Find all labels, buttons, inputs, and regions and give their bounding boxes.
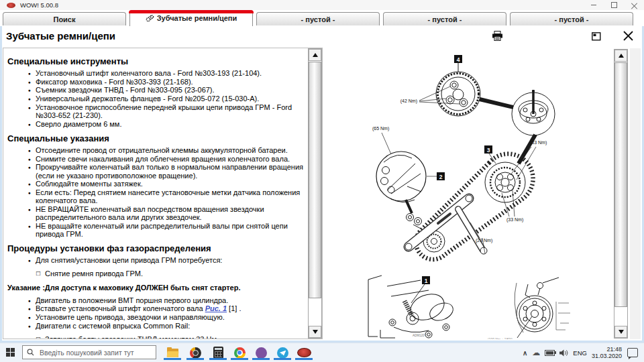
svg-text:1: 1 (425, 278, 428, 284)
list-item: Установочное приспособление передней кры… (36, 103, 303, 119)
window-close-button[interactable] (624, 0, 644, 10)
list-item: Вставьте установочный штифт коленчатого … (36, 304, 303, 312)
scrollbar-thumb[interactable] (614, 62, 627, 307)
svg-text:2: 2 (439, 174, 443, 180)
system-tray: ∧ ☁ ENG 21:48 31.03.2020 (523, 343, 644, 362)
window-titlebar: WOW! 5.00.8 (0, 0, 644, 10)
taskbar-calculator[interactable] (209, 345, 227, 360)
arrow-up-icon (313, 53, 318, 57)
list-item: Установочный штифт коленчатого вала - Fo… (36, 69, 303, 77)
volume-icon[interactable] (559, 349, 568, 357)
svg-text:(23 Nm): (23 Nm) (476, 238, 492, 243)
windows-logo-icon (6, 353, 10, 357)
print-button[interactable] (492, 31, 503, 44)
list-item: Сверло диаметром 6 мм. (36, 120, 303, 128)
tools-list: Установочный штифт коленчатого вала - Fo… (5, 69, 307, 128)
taskbar-telegram[interactable] (274, 345, 291, 360)
running-indicator (164, 358, 181, 360)
step-text: Вставьте установочный штифт коленчатого … (36, 304, 205, 312)
onedrive-cloud-icon[interactable]: ☁ (532, 348, 540, 357)
scroll-down-button[interactable] (309, 326, 321, 338)
viber-icon (256, 347, 267, 359)
arrow-down-icon (313, 330, 318, 334)
scrollbar-thumb[interactable] (309, 62, 321, 298)
close-document-button[interactable] (623, 30, 634, 44)
list-item: Съемник звездочки ТНВД - Ford №303-095 (… (36, 86, 303, 94)
calculator-icon (213, 347, 223, 359)
list-item: Снимите свечи накаливания для облегчения… (36, 155, 303, 163)
taskbar-viber[interactable] (252, 345, 270, 360)
bold-note: Указание :Для доступа к маховику ДОЛЖЕН … (7, 284, 307, 292)
scroll-up-button[interactable] (309, 49, 321, 61)
tab-search[interactable]: Поиск (3, 12, 126, 25)
printer-icon (492, 31, 503, 41)
telegram-icon (277, 347, 288, 359)
arrow-up-icon (619, 54, 624, 58)
taskbar-search[interactable] (22, 345, 156, 359)
running-indicator (209, 358, 227, 360)
checkbox-item: Затяните болты звездочки ТНВД моментом 3… (45, 335, 303, 339)
running-indicator (295, 358, 313, 360)
svg-text:(42 Nm): (42 Nm) (400, 99, 417, 104)
article-panel: Специальные инструменты Установочный шти… (3, 48, 323, 339)
svg-text:(65 Nm): (65 Nm) (372, 126, 389, 131)
svg-text:(100 Nm + 180°): (100 Nm + 180°) (488, 337, 513, 340)
tab-empty-3[interactable]: - пустой - (510, 12, 633, 25)
tab-label: Поиск (53, 15, 75, 23)
steps-sublist: Затяните болты звездочки ТНВД моментом 3… (5, 335, 307, 339)
search-icon (27, 349, 34, 356)
window-minimize-button[interactable] (584, 0, 604, 10)
wow-app-icon (297, 348, 311, 357)
tab-empty-2[interactable]: - пустой - (383, 12, 506, 25)
svg-text:(33 Nm): (33 Nm) (530, 140, 547, 145)
list-item: Если есть: Перед снятием нанесите устано… (36, 188, 303, 204)
start-button[interactable] (6, 348, 16, 358)
time: 21:48 (592, 346, 622, 353)
search-input[interactable] (38, 348, 156, 357)
list-item: Прокручивайте коленчатый вал только в но… (36, 163, 303, 179)
steps-list: Двигатель в положении ВМТ поршня первого… (5, 296, 307, 330)
window-maximize-button[interactable] (604, 0, 624, 10)
svg-text:3: 3 (487, 147, 490, 154)
list-item: НЕ ВРАЩАЙТЕ коленчатый вал посредством в… (36, 205, 303, 221)
detach-view-button[interactable] (592, 32, 601, 44)
list-item: Универсальный держатель фланцев - Ford №… (36, 95, 303, 103)
language-indicator[interactable]: ENG (573, 349, 587, 357)
list-item: Двигатели с системой впрыска Common Rail… (36, 322, 303, 330)
running-indicator (274, 358, 291, 360)
taskbar: ∧ ☁ ENG 21:48 31.03.2020 (0, 343, 644, 362)
folder-icon (167, 349, 178, 357)
list-item: Двигатель в положении ВМТ поршня первого… (36, 296, 303, 304)
windows-logo-icon (11, 348, 15, 352)
taskbar-chrome[interactable] (231, 345, 248, 360)
battery-icon[interactable] (545, 350, 555, 356)
section-heading-tools: Специальные инструменты (7, 57, 307, 66)
restore-window-icon (592, 32, 601, 41)
list-item: НЕ вращайте коленчатый или распределител… (36, 222, 303, 238)
tab-timing-belts[interactable]: Зубчатые ремни/цепи (129, 10, 253, 26)
scroll-down-button[interactable] (614, 326, 627, 338)
taskbar-file-explorer[interactable] (164, 345, 181, 360)
taskbar-wow-app[interactable] (295, 345, 313, 360)
scroll-up-button[interactable] (614, 50, 627, 62)
clock[interactable]: 21:48 31.03.2020 (592, 346, 622, 359)
list-item: Фиксатор маховика - Ford №303-393 (21-16… (36, 78, 303, 86)
diagram-scrollbar[interactable] (614, 49, 628, 339)
svg-text:(33 Nm): (33 Nm) (506, 217, 523, 223)
window-title: WOW! 5.00.8 (20, 1, 58, 9)
procedure-list: Для снятия/установки цепи привода ГРМ по… (5, 256, 307, 264)
article-content: Специальные инструменты Установочный шти… (5, 48, 307, 339)
tab-empty-1[interactable]: - пустой - (256, 12, 380, 25)
tray-expand-chevron-icon[interactable]: ∧ (523, 349, 527, 357)
figure-1-link[interactable]: Рис. 1 (205, 304, 227, 312)
chrome-icon (234, 347, 246, 359)
article-scrollbar[interactable] (308, 48, 322, 339)
action-center-icon[interactable] (627, 348, 638, 357)
taskbar-browser-dark[interactable] (186, 345, 204, 360)
tab-label: Зубчатые ремни/цепи (157, 14, 237, 22)
right-margin-strip (630, 48, 641, 339)
date: 31.03.2020 (592, 353, 622, 359)
notes-list: Отсоедините провод от отрицательной клем… (5, 146, 307, 238)
tab-label: - пустой - (555, 15, 589, 23)
maximize-icon (611, 2, 617, 8)
